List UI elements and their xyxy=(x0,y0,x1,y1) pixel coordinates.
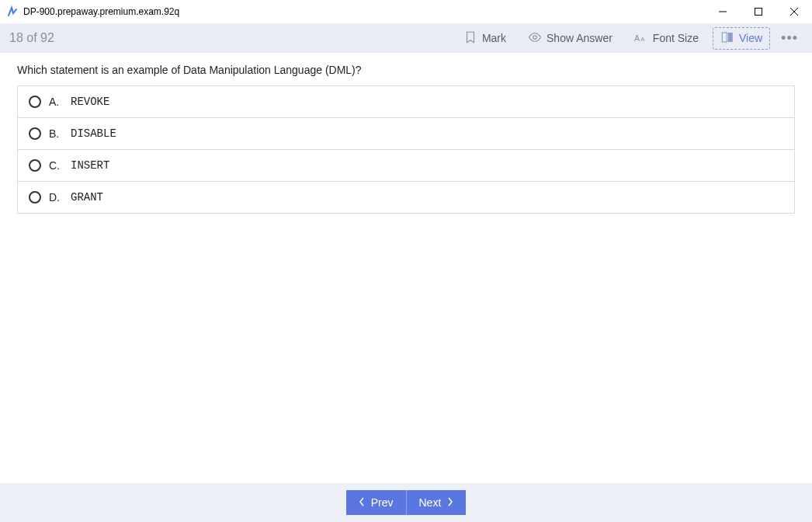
show-answer-button[interactable]: Show Answer xyxy=(520,27,620,50)
app-icon xyxy=(6,5,19,18)
mark-label: Mark xyxy=(482,32,506,44)
answer-choice[interactable]: C.INSERT xyxy=(17,149,795,182)
svg-text:A: A xyxy=(634,33,640,42)
choice-text: DISABLE xyxy=(71,127,116,140)
footer-nav: Prev Next xyxy=(0,483,812,522)
eye-icon xyxy=(528,30,542,47)
choice-text: REVOKE xyxy=(71,96,109,108)
view-layout-icon xyxy=(720,30,734,47)
next-label: Next xyxy=(419,496,442,509)
font-size-button[interactable]: AA Font Size xyxy=(626,27,706,50)
prev-label: Prev xyxy=(371,496,394,509)
choice-letter: A. xyxy=(49,96,63,108)
answer-choice[interactable]: B.DISABLE xyxy=(17,117,795,150)
next-button[interactable]: Next xyxy=(407,490,467,515)
svg-rect-7 xyxy=(722,33,727,42)
choice-letter: C. xyxy=(49,159,63,172)
view-label: View xyxy=(739,32,762,44)
question-text: Which statement is an example of Data Ma… xyxy=(17,64,795,76)
font-size-label: Font Size xyxy=(653,32,699,44)
answer-choice[interactable]: A.REVOKE xyxy=(17,85,795,118)
choice-letter: D. xyxy=(49,191,63,204)
prev-button[interactable]: Prev xyxy=(346,490,407,515)
minimize-button[interactable] xyxy=(705,0,741,23)
choice-text: GRANT xyxy=(71,191,103,204)
svg-text:A: A xyxy=(640,35,644,42)
maximize-button[interactable] xyxy=(741,0,776,23)
window-title: DP-900.prepaway.premium.exam.92q xyxy=(23,6,705,17)
svg-rect-8 xyxy=(728,33,733,42)
close-button[interactable] xyxy=(776,0,812,23)
radio-icon xyxy=(29,96,41,108)
radio-icon xyxy=(29,191,41,204)
font-size-icon: AA xyxy=(634,30,648,47)
view-button[interactable]: View xyxy=(713,27,770,50)
answer-choice[interactable]: D.GRANT xyxy=(17,181,795,214)
radio-icon xyxy=(29,127,41,140)
svg-rect-1 xyxy=(755,9,762,16)
svg-point-4 xyxy=(533,35,537,39)
more-button[interactable]: ••• xyxy=(776,30,803,47)
choice-text: INSERT xyxy=(71,159,109,172)
question-panel: Which statement is an example of Data Ma… xyxy=(0,53,812,483)
progress-indicator: 18 of 92 xyxy=(9,31,54,45)
window-controls xyxy=(705,0,812,23)
show-answer-label: Show Answer xyxy=(547,32,612,44)
bookmark-icon xyxy=(463,30,477,47)
chevron-right-icon xyxy=(447,496,453,509)
toolbar: 18 of 92 Mark Show Answer AA Font Size V… xyxy=(0,23,812,53)
titlebar: DP-900.prepaway.premium.exam.92q xyxy=(0,0,812,23)
choice-letter: B. xyxy=(49,127,63,140)
radio-icon xyxy=(29,159,41,172)
mark-button[interactable]: Mark xyxy=(456,27,514,50)
chevron-left-icon xyxy=(359,496,365,509)
